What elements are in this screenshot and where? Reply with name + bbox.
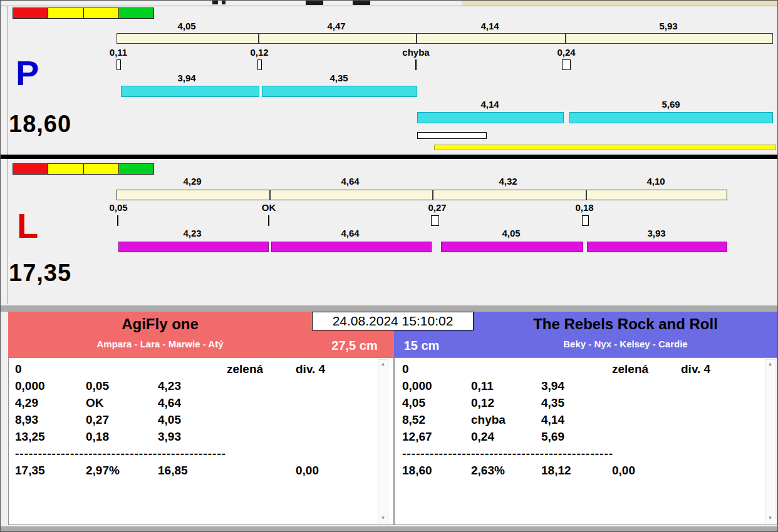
cell-change: OK [86, 397, 104, 410]
course-letter-l: L [17, 208, 38, 243]
run-time-bar [587, 242, 727, 252]
course-color: zelená [227, 363, 263, 376]
segment-scale-bar-l [117, 190, 727, 200]
table-scrollbar[interactable]: ▲ ▼ [378, 359, 388, 523]
run-bar-label: 3,93 [625, 228, 688, 238]
run-bar-label: 5,69 [640, 99, 702, 110]
cell-cumulative: 4,29 [15, 397, 38, 410]
run-bar-label: 4,23 [161, 228, 224, 238]
gate-marker [117, 215, 118, 226]
cell-split: 3,94 [541, 380, 564, 393]
cell-change: chyba [471, 414, 506, 427]
segment-time-label: 4,10 [625, 176, 687, 187]
strip-green-segment [119, 164, 153, 174]
gate-result-label: 0,24 [547, 47, 585, 58]
segment-time-label: 5,93 [637, 21, 700, 31]
total-time: 17,35 [15, 464, 45, 478]
course-color: zelená [612, 363, 648, 376]
run-bar-label: 4,35 [308, 73, 370, 83]
gate-result-label: OK [250, 202, 288, 213]
desktop-background-strip [462, 1, 778, 6]
team-right-name: The Rebels Rock and Roll [474, 315, 777, 333]
bottom-status-bar [1, 526, 778, 532]
team-left-category: 27,5 cm [314, 339, 395, 353]
course-letter-p: P [16, 56, 39, 91]
gate-marker [257, 59, 262, 70]
team-right-category: 15 cm [394, 339, 449, 353]
segment-divider [432, 190, 433, 200]
strip-yellow-segment [48, 164, 83, 174]
total-time: 18,60 [402, 464, 432, 478]
panel-divider [1, 155, 778, 159]
total-time-l: 17,35 [9, 261, 71, 285]
gate-result-label: 0,11 [100, 47, 137, 58]
team-left-members: Ampara - Lara - Marwie - Atý [8, 339, 312, 349]
cell-split: 4,14 [541, 414, 564, 427]
cell-change: 0,18 [86, 431, 109, 444]
gate-marker [562, 59, 571, 70]
segment-time-label: 4,05 [155, 21, 218, 31]
status-strip-p [13, 8, 154, 19]
run-bar-label: 4,14 [459, 99, 521, 110]
total-clean-time: 18,12 [541, 464, 571, 478]
cell-cumulative: 12,67 [402, 431, 432, 444]
cell-split: 4,05 [158, 414, 181, 427]
division-label: div. 4 [681, 363, 710, 376]
segment-time-label: 4,64 [319, 176, 381, 187]
timestamp-box: 24.08.2024 15:10:02 [312, 312, 474, 330]
strip-yellow-segment [84, 164, 119, 174]
segment-time-label: 4,14 [459, 21, 521, 31]
gate-marker [415, 59, 417, 70]
cell-split: 4,35 [541, 397, 564, 410]
gate-result-label: 0,27 [418, 202, 456, 213]
section-separator [1, 305, 778, 312]
scroll-down-icon[interactable]: ▼ [765, 515, 775, 521]
strip-red-segment [13, 8, 48, 18]
table-scrollbar[interactable]: ▲ ▼ [765, 359, 775, 523]
strip-red-segment [13, 164, 48, 174]
run-bar-label: 4,64 [319, 228, 381, 238]
segment-time-label: 4,29 [161, 176, 224, 187]
run-time-bar [417, 112, 564, 123]
status-strip-l [13, 163, 154, 175]
gate-result-label: 0,12 [241, 47, 278, 58]
desktop-window-fragment [353, 1, 370, 5]
total-time-p: 18,60 [9, 112, 71, 136]
fault-count: 0 [15, 363, 22, 376]
gate-result-label: chyba [394, 47, 438, 58]
cell-cumulative: 4,05 [402, 397, 425, 410]
fault-count: 0 [402, 363, 409, 376]
gate-marker [117, 59, 121, 70]
segment-time-label: 4,47 [305, 21, 368, 31]
result-table-left: 0 zelená div. 4 0,000 0,05 4,23 4,29 OK … [8, 357, 394, 525]
team-left-name: AgiFly one [8, 315, 312, 333]
gate-result-label: 0,18 [566, 202, 603, 213]
run-time-bar [118, 242, 269, 252]
result-table-right: 0 zelená div. 4 0,000 0,11 3,94 4,05 0,1… [394, 357, 777, 525]
cell-split: 3,93 [158, 431, 181, 444]
segment-scale-bar-p [117, 33, 773, 44]
cell-split: 5,69 [541, 431, 564, 444]
scroll-up-icon[interactable]: ▲ [378, 361, 388, 367]
total-penalty: 0,00 [296, 464, 319, 478]
scroll-up-icon[interactable]: ▲ [765, 361, 775, 367]
cell-split: 4,23 [158, 380, 181, 393]
desktop-window-fragment [212, 1, 218, 4]
segment-divider [586, 190, 587, 200]
gate-marker [582, 215, 589, 226]
cell-split: 4,64 [158, 397, 181, 410]
total-percent: 2,97% [86, 464, 120, 478]
run-time-bar [271, 242, 432, 252]
segment-divider [565, 33, 566, 44]
cell-change: 0,24 [471, 431, 494, 444]
strip-yellow-segment [84, 8, 119, 18]
cell-change: 0,05 [86, 380, 109, 393]
gate-marker [268, 215, 269, 226]
segment-divider [416, 33, 417, 44]
segment-time-label: 4,32 [477, 176, 539, 187]
gate-result-label: 0,05 [100, 202, 137, 213]
run-time-bar [441, 242, 583, 252]
table-separator: ----------------------------------------… [402, 448, 613, 461]
cell-cumulative: 8,52 [402, 414, 425, 427]
scroll-down-icon[interactable]: ▼ [378, 515, 388, 521]
